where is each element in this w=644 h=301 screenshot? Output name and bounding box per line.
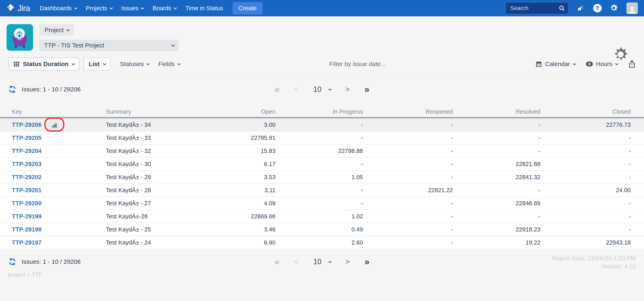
- open-duration: 3.00: [188, 121, 276, 128]
- scope-dropdown-button[interactable]: Project: [39, 24, 74, 36]
- open-duration: 22795.91: [188, 135, 276, 141]
- table-row: TTP-29203 Test KaydÄ± - 30 6.17 - - 2282…: [0, 158, 644, 171]
- calendar-dropdown[interactable]: Calendar: [535, 61, 575, 68]
- chevron-down-icon: [328, 87, 332, 91]
- pagination-top: « < 10 > »: [274, 85, 369, 94]
- last-page-button[interactable]: »: [364, 257, 369, 266]
- page-size-select[interactable]: 10: [313, 85, 331, 94]
- user-avatar[interactable]: [626, 3, 638, 14]
- reopened-duration: -: [363, 226, 453, 233]
- create-button[interactable]: Create: [232, 2, 263, 15]
- in-progress-duration: 22798.88: [276, 148, 363, 154]
- reopened-duration: -: [363, 174, 453, 181]
- reopened-duration: -: [363, 148, 453, 154]
- bar-chart-icon: [51, 122, 58, 128]
- resolved-duration: 19.22: [453, 239, 540, 246]
- open-duration: 6.17: [188, 161, 276, 167]
- project-avatar: [6, 24, 33, 51]
- reopened-duration: -: [363, 239, 453, 246]
- column-header-resolved: Resolved: [453, 108, 540, 115]
- page-size-select[interactable]: 10: [313, 257, 331, 266]
- issue-key-link[interactable]: TTP-29201: [12, 187, 42, 194]
- closed-duration: -: [540, 135, 631, 141]
- last-page-button[interactable]: »: [364, 85, 369, 94]
- reopened-duration: -: [363, 121, 453, 128]
- gear-icon[interactable]: [610, 4, 619, 13]
- reopened-duration: -: [363, 200, 453, 207]
- issue-key-link[interactable]: TTP-29199: [12, 213, 42, 220]
- issue-summary: Test KaydÄ± - 33: [94, 135, 188, 141]
- resolved-duration: -: [453, 148, 540, 154]
- reopened-duration: -: [363, 161, 453, 167]
- issue-summary: Test KaydÄ± - 30: [94, 161, 188, 167]
- open-duration: 3.53: [188, 174, 276, 181]
- chart-icon-button[interactable]: [49, 119, 60, 130]
- next-page-button[interactable]: >: [346, 258, 350, 265]
- prev-page-button[interactable]: <: [294, 86, 298, 93]
- closed-duration: -: [540, 226, 631, 233]
- column-header-open: Open: [188, 108, 276, 115]
- issue-key-link[interactable]: TTP-29198: [12, 226, 42, 233]
- closed-duration: 22943.18: [540, 239, 631, 246]
- report-date-label: Report Date: 13/Eki/20 1:53 PM: [552, 254, 636, 262]
- version-label: Version: 4.10: [552, 262, 636, 270]
- chevron-down-icon: [72, 62, 75, 65]
- nav-item-projects[interactable]: Projects: [86, 5, 112, 12]
- nav-item-dashboards[interactable]: Dashboards: [40, 5, 76, 12]
- issue-date-filter-input[interactable]: [306, 61, 408, 68]
- next-page-button[interactable]: >: [346, 86, 350, 93]
- table-header-divider: [0, 117, 644, 118]
- issue-key-link[interactable]: TTP-29200: [12, 200, 42, 207]
- chevron-down-icon: [110, 6, 113, 10]
- issue-key-link[interactable]: TTP-29197: [12, 239, 42, 246]
- nav-item-time-in-status[interactable]: Time in Status: [185, 5, 223, 12]
- settings-gear-icon[interactable]: [613, 47, 629, 63]
- table-row: TTP-29202 Test KaydÄ± - 29 3.53 1.05 - 2…: [0, 171, 644, 184]
- project-header: Project TTP - TIS Test Project: [0, 16, 644, 51]
- megaphone-icon[interactable]: [576, 4, 585, 13]
- issue-key-link[interactable]: TTP-29205: [12, 135, 42, 141]
- open-duration: 15.83: [188, 148, 276, 154]
- refresh-icon[interactable]: [8, 258, 16, 266]
- jira-logo[interactable]: Jira: [6, 4, 30, 13]
- reopened-duration: 22821.22: [363, 187, 453, 194]
- jira-logo-text: Jira: [18, 4, 30, 13]
- eye-icon: [586, 61, 593, 67]
- table-header-row: Key Summary Open In Progress Reopened Re…: [0, 106, 644, 117]
- refresh-icon[interactable]: [8, 85, 16, 93]
- issues-summary-row-top: Issues: 1 - 10 / 29206 « < 10 > »: [0, 83, 644, 96]
- project-select[interactable]: TTP - TIS Test Project: [39, 40, 179, 51]
- issues-count-label: Issues: 1 - 10 / 29206: [22, 258, 81, 265]
- issue-key-link[interactable]: TTP-29206: [12, 121, 42, 128]
- help-icon[interactable]: ?: [593, 4, 602, 13]
- resolved-duration: 22918.23: [453, 226, 540, 233]
- chevron-down-icon: [141, 6, 144, 10]
- closed-duration: -: [540, 213, 631, 220]
- export-icon[interactable]: [628, 60, 636, 68]
- open-duration: 4.09: [188, 200, 276, 207]
- first-page-button[interactable]: «: [274, 85, 280, 94]
- issue-key-link[interactable]: TTP-29202: [12, 174, 42, 181]
- chevron-down-icon: [103, 62, 106, 65]
- statuses-dropdown[interactable]: Statuses: [120, 61, 149, 68]
- view-mode-button[interactable]: List: [84, 58, 110, 71]
- fields-dropdown[interactable]: Fields: [158, 61, 180, 68]
- resolved-duration: 22841.32: [453, 174, 540, 181]
- nav-item-boards[interactable]: Boards: [152, 5, 176, 12]
- resolved-duration: -: [453, 187, 540, 194]
- issue-summary: Test KaydÄ± - 25: [94, 226, 188, 233]
- search-icon[interactable]: [558, 5, 565, 12]
- report-type-button[interactable]: Status Duration: [8, 58, 79, 71]
- prev-page-button[interactable]: <: [294, 258, 298, 265]
- table-row: TTP-29199 Test KaydÄ±-26 22869.66 1.02 -…: [0, 210, 644, 223]
- in-progress-duration: -: [276, 161, 363, 167]
- main-nav: Dashboards Projects Issues Boards Time i…: [40, 5, 223, 12]
- issue-key-link[interactable]: TTP-29204: [12, 148, 42, 154]
- issue-key-link[interactable]: TTP-29203: [12, 161, 42, 167]
- issue-summary: Test KaydÄ± - 27: [94, 200, 188, 207]
- hours-unit-dropdown[interactable]: Hours: [586, 61, 618, 68]
- closed-duration: 22776.73: [540, 121, 631, 128]
- first-page-button[interactable]: «: [274, 257, 280, 266]
- pagination-bottom: « < 10 > »: [274, 257, 369, 266]
- nav-item-issues[interactable]: Issues: [122, 5, 143, 12]
